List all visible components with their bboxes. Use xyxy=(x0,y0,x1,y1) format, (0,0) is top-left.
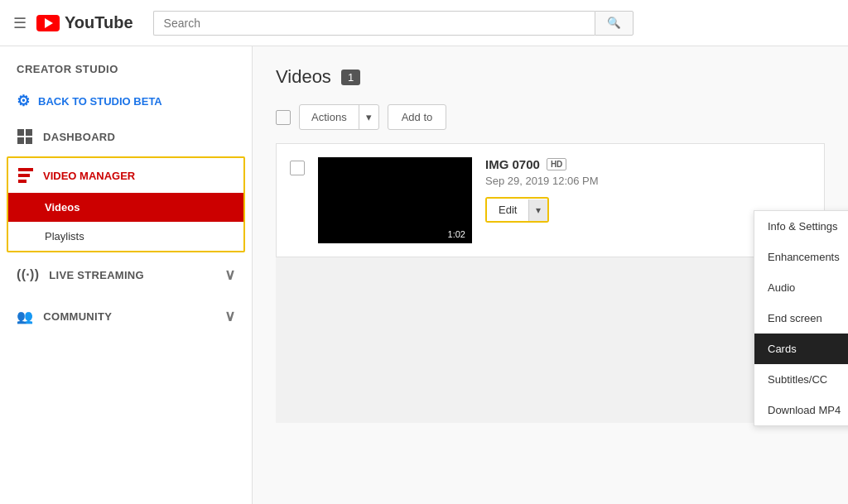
dropdown-item-end-screen[interactable]: End screen xyxy=(754,303,848,334)
back-to-studio-button[interactable]: ⚙ BACK TO STUDIO BETA xyxy=(0,84,252,118)
topbar: ☰ YouTube 🔍 xyxy=(0,0,848,46)
community-chevron-icon: ∨ xyxy=(224,307,235,325)
hd-badge: HD xyxy=(547,158,566,170)
live-streaming-chevron-icon: ∨ xyxy=(224,266,235,284)
dashboard-icon xyxy=(17,128,33,145)
edit-dropdown-button[interactable]: ▾ xyxy=(528,199,547,221)
main-layout: CREATOR STUDIO ⚙ BACK TO STUDIO BETA DAS… xyxy=(0,46,848,504)
video-date: Sep 29, 2019 12:06 PM xyxy=(485,175,811,187)
logo: YouTube xyxy=(36,13,133,32)
select-all-checkbox[interactable] xyxy=(276,110,291,125)
sidebar-item-community[interactable]: 👥 COMMUNITY ∨ xyxy=(0,295,252,337)
page-title-area: Videos 1 xyxy=(276,66,825,88)
logo-text: YouTube xyxy=(65,13,133,32)
video-manager-icon xyxy=(18,168,33,183)
sidebar-item-live-streaming[interactable]: ((·)) LIVE STREAMING ∨ xyxy=(0,254,252,295)
content-area: Videos 1 Actions ▾ Add to 1:02 IMG 070 xyxy=(253,46,848,504)
actions-dropdown[interactable]: Actions ▾ xyxy=(299,104,379,130)
dropdown-item-info-settings[interactable]: Info & Settings xyxy=(754,211,848,242)
live-streaming-icon-group: ((·)) LIVE STREAMING xyxy=(17,267,144,282)
video-thumbnail: 1:02 xyxy=(318,157,472,243)
youtube-icon xyxy=(36,15,60,31)
sidebar: CREATOR STUDIO ⚙ BACK TO STUDIO BETA DAS… xyxy=(0,46,253,504)
community-label: COMMUNITY xyxy=(43,310,112,323)
page-title: Videos xyxy=(276,66,331,88)
creator-studio-label: CREATOR STUDIO xyxy=(0,46,252,84)
live-streaming-label: LIVE STREAMING xyxy=(49,269,144,281)
back-to-studio-label: BACK TO STUDIO BETA xyxy=(38,95,162,108)
menu-icon[interactable]: ☰ xyxy=(13,14,26,32)
video-title-row: IMG 0700 HD xyxy=(485,157,811,171)
gear-icon: ⚙ xyxy=(17,92,30,110)
search-bar: 🔍 xyxy=(153,11,634,36)
actions-arrow-icon[interactable]: ▾ xyxy=(359,105,378,129)
edit-dropdown-menu: Info & Settings Enhancements Audio End s… xyxy=(754,210,848,426)
community-icon-group: 👥 COMMUNITY xyxy=(17,309,112,324)
dashboard-label: DASHBOARD xyxy=(43,131,115,143)
video-manager-label: VIDEO MANAGER xyxy=(43,170,135,182)
video-duration: 1:02 xyxy=(445,228,469,240)
edit-button[interactable]: Edit xyxy=(487,199,528,221)
video-checkbox[interactable] xyxy=(290,161,305,175)
search-input[interactable] xyxy=(153,11,595,36)
video-count-badge: 1 xyxy=(341,70,360,85)
search-button[interactable]: 🔍 xyxy=(595,11,634,36)
video-manager-section: VIDEO MANAGER Videos Playlists xyxy=(7,156,245,252)
sidebar-item-video-manager[interactable]: VIDEO MANAGER xyxy=(8,158,243,193)
video-title: IMG 0700 xyxy=(485,157,540,171)
actions-label: Actions xyxy=(300,105,359,129)
sidebar-item-playlists[interactable]: Playlists xyxy=(8,222,243,251)
sidebar-item-videos[interactable]: Videos xyxy=(8,193,243,222)
dropdown-item-audio[interactable]: Audio xyxy=(754,272,848,303)
gray-area xyxy=(276,257,825,423)
video-manager-submenu: Videos Playlists xyxy=(8,193,243,251)
live-streaming-icon: ((·)) xyxy=(17,267,39,282)
add-to-button[interactable]: Add to xyxy=(388,104,447,130)
community-icon: 👥 xyxy=(17,309,33,324)
sidebar-item-dashboard[interactable]: DASHBOARD xyxy=(0,118,252,155)
toolbar: Actions ▾ Add to xyxy=(276,104,825,130)
edit-button-group: Edit ▾ xyxy=(485,197,549,223)
dropdown-item-download-mp4[interactable]: Download MP4 xyxy=(754,395,848,425)
dropdown-item-enhancements[interactable]: Enhancements xyxy=(754,242,848,272)
dropdown-item-cards[interactable]: Cards xyxy=(754,334,848,364)
video-row: 1:02 IMG 0700 HD Sep 29, 2019 12:06 PM E… xyxy=(276,143,825,257)
dropdown-item-subtitles[interactable]: Subtitles/CC xyxy=(754,364,848,395)
content-inner: Videos 1 Actions ▾ Add to 1:02 IMG 070 xyxy=(253,46,848,443)
